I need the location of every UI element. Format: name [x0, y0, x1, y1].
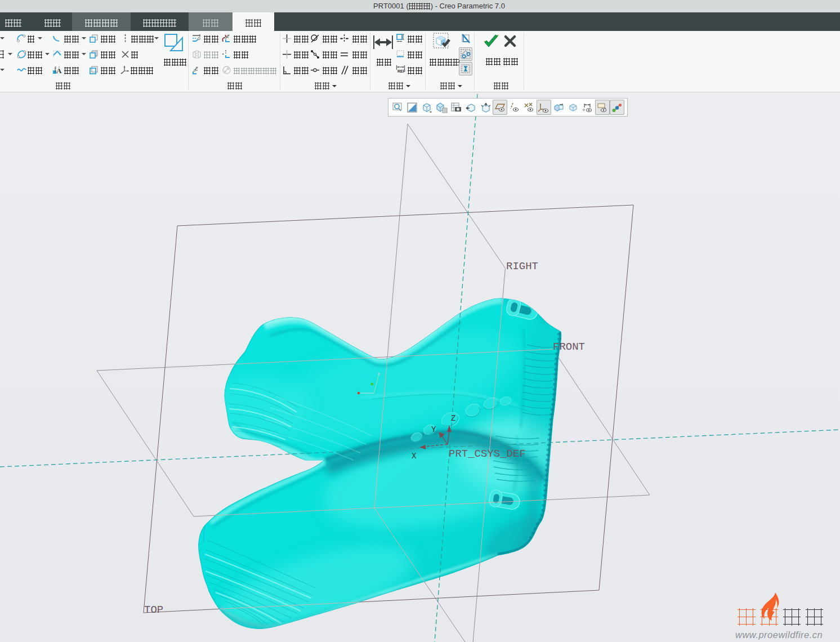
- svg-text:A: A: [56, 66, 62, 75]
- svg-text:RIGHT: RIGHT: [506, 260, 538, 273]
- svg-text:PRT_CSYS_DEF: PRT_CSYS_DEF: [449, 448, 526, 460]
- svg-text:Y: Y: [431, 425, 436, 434]
- svg-text:X: X: [412, 452, 417, 461]
- svg-text:TOP: TOP: [144, 604, 163, 616]
- svg-text:REF: REF: [397, 69, 405, 73]
- svg-text:FRONT: FRONT: [553, 341, 585, 353]
- svg-text:Z: Z: [451, 414, 455, 423]
